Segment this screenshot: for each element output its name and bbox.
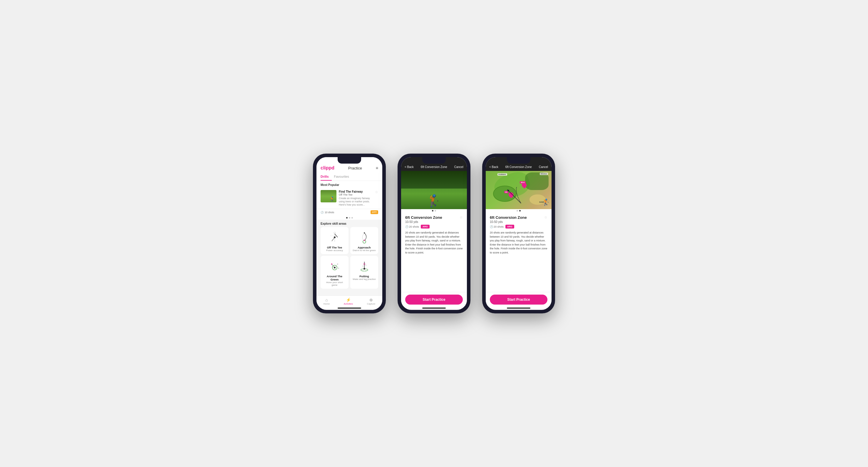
clock-icon: 🕐 (405, 225, 408, 228)
svg-point-21 (365, 265, 366, 266)
img-dot-2 (435, 210, 436, 211)
drill-title-row: 6ft Conversion Zone ☆ (490, 215, 548, 220)
menu-icon[interactable]: ≡ (376, 166, 378, 170)
notch (507, 157, 530, 164)
tab-drills[interactable]: Drills (320, 173, 332, 180)
carousel-dots (316, 216, 382, 220)
drill-photo: 🏌️ (401, 171, 467, 209)
favourite-star-icon[interactable]: ☆ (460, 215, 463, 220)
drill-detail-description: 20 shots are randomly generated at dista… (490, 231, 548, 255)
skill-name-putting: Putting (352, 275, 376, 278)
map-golfer-icon: 🏌️ (542, 199, 550, 206)
image-carousel-dots (401, 209, 467, 212)
putting-icon (357, 259, 372, 273)
drill-shots: 🕐 10 shots (320, 211, 334, 214)
skill-card-putting[interactable]: Putting Make and lag practice (350, 256, 378, 289)
svg-line-5 (332, 237, 335, 241)
skill-card-off-the-tee[interactable]: Off The Tee Power accuracy (320, 227, 348, 254)
skill-desc-ott: Power accuracy (323, 249, 346, 252)
explore-title: Explore skill areas (316, 220, 382, 227)
back-button[interactable]: < Back (489, 165, 498, 169)
nav-activities[interactable]: ⚡ Activities (344, 298, 353, 305)
clock-icon: 🕐 (320, 211, 324, 214)
skill-desc-approach: Dial-in to hit the green (352, 249, 376, 252)
drill-detail-name: 6ft Conversion Zone (405, 215, 442, 220)
drill-card-find-fairway[interactable]: Find The Fairway Off The Tee Create an i… (316, 188, 382, 209)
cancel-button[interactable]: Cancel (539, 165, 548, 169)
svg-point-10 (334, 267, 336, 268)
img-dot-2 (519, 210, 521, 211)
drill-subtitle: Off The Tee (339, 193, 373, 196)
home-icon: ⌂ (325, 298, 328, 302)
drill-detail-shots: 🕐 20 shots (405, 225, 419, 228)
drill-detail-description: 20 shots are randomly generated at dista… (405, 231, 463, 255)
drill-map: FAIRWAY ROUGH SAND Hit Miss (486, 171, 552, 209)
golf-photo-bg: 🏌️ (401, 171, 467, 209)
drill-detail-meta: 🕐 20 shots ARG (490, 225, 548, 229)
drill-info: Find The Fairway Off The Tee Create an i… (339, 190, 373, 206)
drill-tag-ott: OTT (371, 210, 378, 214)
skill-name-ott: Off The Tee (323, 246, 346, 249)
activities-icon: ⚡ (346, 298, 351, 302)
app-logo: clippd (320, 165, 334, 171)
home-bar (507, 307, 530, 309)
screen-title: Practice (348, 166, 362, 170)
svg-point-8 (364, 240, 365, 241)
drill-detail-shots: 🕐 20 shots (490, 225, 504, 228)
favourite-icon[interactable]: ☆ (375, 190, 378, 194)
clock-icon: 🕐 (490, 225, 493, 228)
nav-home[interactable]: ⌂ Home (323, 298, 330, 305)
skill-desc-putting: Make and lag practice (352, 278, 376, 280)
svg-point-0 (334, 232, 336, 234)
off-the-tee-icon (327, 230, 342, 245)
drill-detail-tag: ARG (505, 225, 514, 229)
skill-card-around-green[interactable]: Around The Green Hone your short game (320, 256, 348, 289)
drill-meta: 🕐 10 shots OTT (316, 209, 382, 216)
phone-2: < Back 6ft Conversion Zone Cancel 🏌️ 6ft… (398, 154, 470, 313)
back-button[interactable]: < Back (405, 165, 414, 169)
svg-point-13 (338, 268, 339, 269)
drill-name: Find The Fairway (339, 190, 373, 193)
drill-detail-name: 6ft Conversion Zone (490, 215, 527, 220)
home-bar (338, 307, 361, 309)
tab-bar: Drills Favourites (316, 173, 382, 181)
start-practice-button[interactable]: Start Practice (490, 295, 548, 305)
nav-capture-label: Capture (367, 302, 375, 305)
drill-description: Create an imaginary fairway using trees … (339, 197, 373, 206)
drill-detail-content: 6ft Conversion Zone ☆ 10-50 yds 🕐 20 sho… (486, 212, 552, 292)
img-dot-1 (432, 210, 433, 211)
tab-favourites[interactable]: Favourites (334, 173, 352, 180)
img-dot-1 (517, 210, 518, 211)
approach-icon (357, 230, 372, 245)
main-content: Most Popular Find The Fairway Off The Te… (316, 181, 382, 296)
notch (422, 157, 446, 164)
detail-screen-title: 6ft Conversion Zone (421, 165, 447, 169)
drill-range: 10-50 yds (490, 220, 548, 224)
drill-detail-tag: ARG (421, 225, 430, 229)
start-practice-button[interactable]: Start Practice (405, 295, 463, 305)
detail-footer: Start Practice (486, 292, 552, 306)
cancel-button[interactable]: Cancel (454, 165, 463, 169)
phone-3: < Back 6ft Conversion Zone Cancel FAIRWA… (482, 154, 555, 313)
skill-grid: Off The Tee Power accuracy Ap (316, 227, 382, 291)
drill-thumb-image (320, 190, 336, 202)
skill-name-approach: Approach (352, 246, 376, 249)
trees-background (401, 171, 467, 189)
drill-range: 10-50 yds (405, 220, 463, 224)
favourite-star-icon[interactable]: ☆ (544, 215, 548, 220)
capture-icon: ⊕ (369, 298, 373, 302)
nav-capture[interactable]: ⊕ Capture (367, 298, 375, 305)
drill-detail-content: 6ft Conversion Zone ☆ 10-50 yds 🕐 20 sho… (401, 212, 467, 292)
drill-title-row: 6ft Conversion Zone ☆ (405, 215, 463, 220)
most-popular-title: Most Popular (316, 181, 382, 188)
skill-card-approach[interactable]: Approach Dial-in to hit the green (350, 227, 378, 254)
golfer-figure: 🏌️ (427, 194, 441, 209)
detail-screen-title: 6ft Conversion Zone (505, 165, 532, 169)
trajectory-svg (486, 171, 552, 209)
svg-point-20 (362, 266, 364, 267)
bottom-nav: ⌂ Home ⚡ Activities ⊕ Capture (316, 296, 382, 306)
drill-thumbnail (320, 190, 336, 202)
notch (338, 157, 361, 164)
around-green-icon (327, 259, 342, 273)
phone-1: clippd Practice ≡ Drills Favourites Most… (313, 154, 386, 313)
